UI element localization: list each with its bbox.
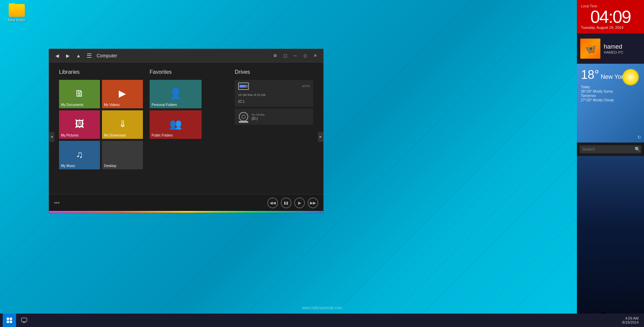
user-info: hamed HAMED-PC [604, 43, 624, 54]
taskbar-desktop-button[interactable] [17, 314, 31, 327]
pictures-icon: 🖼 [75, 118, 84, 129]
tile-my-videos[interactable]: ▶ My Videos [102, 80, 143, 108]
videos-label: My Videos [104, 103, 120, 107]
today-forecast: Today [581, 85, 640, 89]
play-button[interactable]: ▶ [294, 198, 305, 208]
svg-rect-2 [7, 321, 9, 323]
window-content: Libraries 🗎 My Documents ▶ My Videos [49, 62, 323, 194]
taskbar-clock: 4:09 AM 8/19/2014 [622, 316, 641, 324]
tomorrow-forecast: Tomorrow [581, 94, 640, 98]
drive-d-nomedia: No Media [252, 113, 265, 116]
drive-c-left [238, 83, 249, 90]
tile-my-downloads[interactable]: ⇓ My Downloads [102, 110, 143, 139]
downloads-label: My Downloads [104, 133, 126, 137]
weather-tile[interactable]: 18° New York Clear Today 28°/18° Mostly … [577, 64, 644, 143]
taskbar-date: 8/19/2014 [622, 320, 639, 324]
hdd-bar-inner [239, 85, 245, 88]
folder-label: New folder [8, 18, 26, 22]
hdd-icon [238, 83, 249, 90]
monitor-icon [21, 317, 27, 323]
start-button[interactable] [3, 314, 16, 327]
drive-c-fs: NTFS [302, 85, 310, 88]
tile-my-documents[interactable]: 🗎 My Documents [59, 80, 100, 108]
prev-track-button[interactable]: ◀◀ [267, 198, 278, 208]
bing-tile[interactable]: Bing ↗ [577, 156, 644, 327]
window-colorbar [49, 211, 323, 213]
pause-button[interactable]: ▮▮ [281, 198, 291, 208]
user-name: hamed [604, 43, 624, 50]
restore-button[interactable]: ◻ [301, 51, 310, 60]
titlebar: ◀ ▶ ▲ ☰ Computer ⚙ ▢ ─ ◻ ✕ [49, 49, 323, 62]
tomorrow-label: Tomorrow [581, 94, 596, 98]
window-title: Computer [97, 53, 270, 58]
dvd-icon [238, 111, 249, 122]
user-pc: HAMED-PC [604, 50, 624, 54]
resize-handle[interactable]: ⠿ [319, 209, 323, 213]
documents-label: My Documents [61, 103, 84, 107]
close-button[interactable]: ✕ [311, 51, 320, 60]
tile-personal-folders[interactable]: 👤 Personal Folders [150, 80, 202, 108]
music-icon: ♫ [76, 149, 83, 160]
hdd-bar-outer [239, 85, 248, 88]
nav-buttons: ◀ ▶ ▲ ☰ [52, 51, 94, 60]
back-button[interactable]: ◀ [52, 51, 62, 60]
settings-button[interactable]: ⚙ [270, 51, 280, 60]
tile-public-folders[interactable]: 👥 Public Folders [150, 110, 202, 139]
watermark: www.fullcrackindir.com [302, 306, 342, 310]
windows-logo-icon [7, 318, 12, 323]
downloads-icon: ⇓ [119, 118, 126, 129]
tile-desktop[interactable]: Desktop [102, 141, 143, 169]
folder-icon-graphic [9, 3, 25, 17]
drive-c-letter: (C:) [238, 99, 244, 103]
taskbar-time: 4:09 AM [622, 316, 639, 320]
favorites-grid: 👤 Personal Folders 👥 Public Folders [150, 80, 228, 139]
favorites-section: Favorites 👤 Personal Folders 👥 Public Fo… [146, 69, 231, 187]
favorites-title: Favorites [150, 69, 228, 75]
minimize-button[interactable]: ─ [290, 51, 300, 60]
tile-my-music[interactable]: ♫ My Music [59, 141, 100, 169]
personal-folders-label: Personal Folders [152, 103, 177, 107]
today-range: 28°/18° Mostly Sunny [581, 90, 640, 93]
clock-tile[interactable]: Local Time 04:09 Tuesday, August 19, 201… [577, 0, 644, 34]
desktop: New folder ◀ ▶ ▲ ☰ Computer ⚙ ▢ ─ ◻ ✕ ◄ … [0, 0, 644, 327]
drives-title: Drives [235, 69, 313, 75]
more-options-button[interactable]: ••• [54, 200, 60, 206]
drive-d-info: No Media (D:) [252, 113, 265, 120]
personal-folders-icon: 👤 [169, 88, 182, 99]
search-input-wrap: 🔍 [580, 145, 641, 153]
forward-button[interactable]: ▶ [63, 51, 72, 60]
user-tile[interactable]: 🦋 hamed HAMED-PC [577, 34, 644, 64]
search-input[interactable] [582, 147, 633, 152]
scroll-right-button[interactable]: ► [318, 132, 323, 142]
taskbar: 4:09 AM 8/19/2014 [0, 314, 644, 327]
tomorrow-range: 27°/20° Mostly Cloudy [581, 98, 640, 102]
avatar-image: 🦋 [580, 39, 600, 59]
next-track-button[interactable]: ▶▶ [308, 198, 318, 208]
svg-rect-4 [21, 318, 27, 322]
drive-d[interactable]: No Media (D:) [235, 109, 313, 125]
up-button[interactable]: ▲ [74, 51, 83, 60]
tile-my-pictures[interactable]: 🖼 My Pictures [59, 110, 100, 139]
media-controls: ◀◀ ▮▮ ▶ ▶▶ [267, 198, 318, 208]
drive-c[interactable]: NTFS 16 GB free of 25 GB (C:) [235, 80, 313, 107]
svg-rect-0 [7, 318, 9, 320]
collapse-button[interactable]: ☰ [85, 51, 94, 60]
music-label: My Music [61, 164, 75, 168]
svg-rect-1 [10, 318, 12, 320]
libraries-grid: 🗎 My Documents ▶ My Videos 🖼 My Pictures [59, 80, 143, 169]
videos-icon: ▶ [119, 88, 126, 99]
avatar: 🦋 [580, 39, 600, 59]
file-explorer-window: ◀ ▶ ▲ ☰ Computer ⚙ ▢ ─ ◻ ✕ ◄ ► Libraries [49, 49, 324, 213]
search-icon[interactable]: 🔍 [635, 147, 640, 152]
right-panel: Local Time 04:09 Tuesday, August 19, 201… [577, 0, 644, 327]
drive-c-free: 16 GB free of 25 GB [238, 93, 266, 97]
clock-date: Tuesday, August 19, 2014 [581, 25, 624, 30]
scroll-left-button[interactable]: ◄ [49, 132, 54, 142]
weather-refresh-button[interactable]: ↻ [637, 134, 641, 140]
drive-c-header: NTFS [238, 83, 310, 90]
public-folders-icon: 👥 [169, 118, 182, 130]
maximize-button[interactable]: ▢ [280, 51, 290, 60]
public-folders-label: Public Folders [152, 133, 173, 137]
desktop-folder-icon[interactable]: New folder [3, 3, 30, 22]
documents-icon: 🗎 [75, 88, 84, 99]
